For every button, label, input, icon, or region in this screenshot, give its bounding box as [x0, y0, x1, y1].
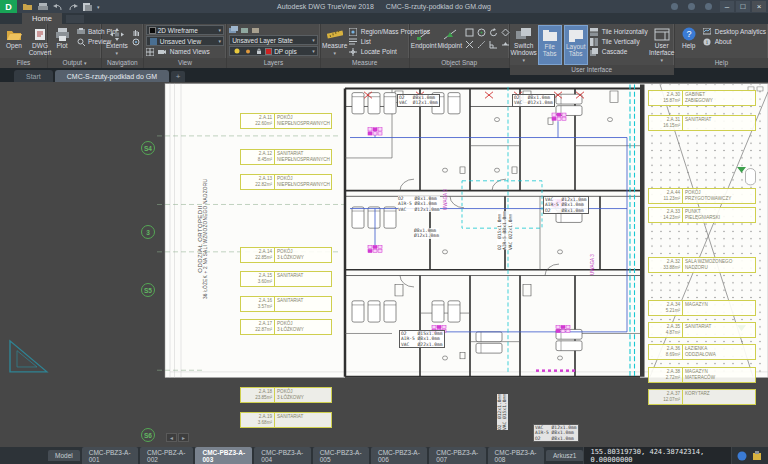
- tile-vertically-label: Tile Vertically: [602, 38, 640, 45]
- panel-title-help[interactable]: Help: [675, 58, 768, 68]
- file-tabs-button[interactable]: File Tabs: [538, 25, 562, 65]
- lock-icon: [254, 47, 263, 56]
- tile-horizontally-button[interactable]: Tile Horizontally: [590, 27, 648, 36]
- layout-tab[interactable]: CMC-PBZ3-A-003: [195, 447, 252, 464]
- layer-state-combo[interactable]: Unsaved Layer State ▾: [229, 35, 318, 45]
- snap-endpoint-button[interactable]: Endpoint: [412, 25, 436, 58]
- isolate-objects-icon[interactable]: [752, 450, 762, 461]
- help-button[interactable]: ? Help: [677, 25, 701, 58]
- snap-extension-icon[interactable]: [476, 39, 487, 50]
- measure-button[interactable]: Measure ▾: [323, 25, 347, 58]
- layout-tab[interactable]: CMC-PBZ3-A-004: [254, 447, 310, 464]
- snap-perpendicular-icon[interactable]: [488, 39, 499, 50]
- desktop-analytics-label: Desktop Analytics: [715, 28, 766, 35]
- cascade-button[interactable]: Cascade: [590, 47, 648, 56]
- open-button[interactable]: Open: [2, 25, 26, 58]
- drawing-canvas[interactable]: 2.A.1122.60m²POKÓJNIEPEŁNOSPRAWNYCH2.A.1…: [0, 82, 768, 447]
- layout-tab[interactable]: CMC-PBZ3-A-001: [82, 447, 138, 464]
- pan-button[interactable]: [132, 27, 141, 36]
- qat-batchplot-icon[interactable]: [83, 3, 92, 11]
- layout-tab[interactable]: CMC-PBZ3-A-005: [313, 447, 369, 464]
- file-tab-start[interactable]: Start: [14, 70, 53, 82]
- named-views-button[interactable]: Named Views: [146, 47, 224, 56]
- scroll-left-icon[interactable]: ◂: [166, 433, 177, 442]
- switch-windows-button[interactable]: Switch Windows ▾: [512, 25, 536, 65]
- snap-rotate-icon[interactable]: [488, 27, 499, 38]
- layout-tab[interactable]: Model: [48, 450, 80, 461]
- layout-tab[interactable]: CMC-PBZ3-A-008: [488, 447, 544, 464]
- panel-title-output[interactable]: Output ▾: [48, 58, 101, 68]
- panel-title-layers[interactable]: Layers: [227, 58, 320, 68]
- layout-tabs-button[interactable]: Layout Tabs: [564, 25, 588, 65]
- snap-intersection-icon[interactable]: [464, 39, 475, 50]
- orbit-button[interactable]: [132, 37, 141, 46]
- ribbon-overflow[interactable]: [66, 15, 84, 23]
- cascade-icon: [590, 47, 599, 56]
- panel-view: 2D Wireframe ▾ Unsaved View ▾ Named View…: [144, 24, 227, 68]
- cascade-label: Cascade: [602, 48, 628, 55]
- about-button[interactable]: i About: [703, 37, 766, 46]
- qat-dropdown-icon[interactable]: ▾: [97, 4, 100, 10]
- user-interface-icon: [654, 26, 670, 42]
- layer-combo[interactable]: DP opis ▾: [229, 46, 318, 56]
- locate-point-icon: [349, 47, 358, 56]
- layout-tabs-icon: [568, 27, 584, 43]
- layout-tab[interactable]: Arkusz1: [546, 450, 583, 461]
- panel-measure: Measure ▾ Region/Mass Properties List Lo…: [321, 24, 410, 68]
- app-logo-icon[interactable]: D: [0, 0, 17, 13]
- file-tabs-icon: [542, 27, 558, 43]
- extents-button[interactable]: Extents ▾: [104, 25, 130, 58]
- tile-horizontally-label: Tile Horizontally: [602, 28, 648, 35]
- qat-plot-icon[interactable]: [38, 3, 48, 11]
- maximize-button[interactable]: □: [736, 1, 750, 12]
- zoom-extents-icon: [110, 26, 124, 42]
- layout-tab[interactable]: CMC-PBZ-A-002: [140, 447, 193, 464]
- snap-midpoint-button[interactable]: Midpoint: [438, 25, 462, 58]
- signin-icon[interactable]: [671, 3, 678, 10]
- layer-off-icon[interactable]: [240, 25, 249, 34]
- qat-redo-icon[interactable]: [68, 3, 78, 11]
- communication-center-icon[interactable]: [688, 3, 695, 10]
- visual-style-combo[interactable]: 2D Wireframe ▾: [146, 25, 224, 35]
- tile-horizontal-icon: [590, 27, 599, 36]
- visual-style-value: 2D Wireframe: [158, 27, 198, 34]
- panel-title-user-interface[interactable]: User Interface: [510, 65, 674, 75]
- plot-button[interactable]: Plot: [50, 25, 74, 58]
- panel-title-view[interactable]: View: [144, 58, 226, 68]
- panel-title-files[interactable]: Files: [0, 58, 47, 68]
- favorites-icon[interactable]: [705, 3, 712, 10]
- quick-access-toolbar: ▾: [23, 3, 100, 11]
- panel-title-navigation[interactable]: Navigation: [102, 58, 143, 68]
- scroll-right-icon[interactable]: ▸: [178, 433, 189, 442]
- close-button[interactable]: ×: [752, 1, 766, 12]
- dwg-convert-icon: [34, 26, 46, 42]
- layout-tab[interactable]: CMC-PBZ3-A-007: [429, 447, 485, 464]
- tile-vertical-icon: [590, 37, 599, 46]
- user-interface-button[interactable]: User Interface ▾: [650, 25, 674, 65]
- layer-freeze-icon[interactable]: [251, 25, 260, 34]
- file-tab-document[interactable]: CMC-S-rzuty-podklad do GM: [55, 70, 169, 82]
- desktop-analytics-icon: [703, 27, 712, 36]
- open-label: Open: [6, 42, 22, 49]
- panel-title-object-snap[interactable]: Object Snap: [410, 58, 509, 68]
- infocenter: [671, 3, 712, 10]
- desktop-analytics-button[interactable]: Desktop Analytics: [703, 27, 766, 36]
- layer-properties-icon[interactable]: [229, 25, 238, 34]
- annotation-monitor-icon[interactable]: [737, 450, 747, 461]
- snap-center-icon[interactable]: [476, 27, 487, 38]
- panel-title-measure[interactable]: Measure: [321, 58, 409, 68]
- canvas-scrollbar[interactable]: ◂ ▸: [166, 433, 189, 442]
- layout-tab[interactable]: CMC-PBZ3-A-006: [371, 447, 427, 464]
- user-interface-label: User Interface ▾: [649, 42, 674, 64]
- qat-undo-icon[interactable]: [53, 3, 63, 11]
- new-tab-button[interactable]: +: [171, 71, 185, 82]
- qat-open-icon[interactable]: [23, 3, 33, 11]
- sun-icon: [243, 47, 252, 56]
- tab-home[interactable]: Home: [22, 13, 62, 24]
- document-title: CMC-S-rzuty-podklad do GM.dwg: [386, 3, 491, 10]
- snap-node-icon[interactable]: [464, 27, 475, 38]
- list-label: List: [361, 38, 371, 45]
- view-state-combo[interactable]: Unsaved View ▾: [146, 36, 224, 46]
- tile-vertically-button[interactable]: Tile Vertically: [590, 37, 648, 46]
- minimize-button[interactable]: –: [720, 1, 734, 12]
